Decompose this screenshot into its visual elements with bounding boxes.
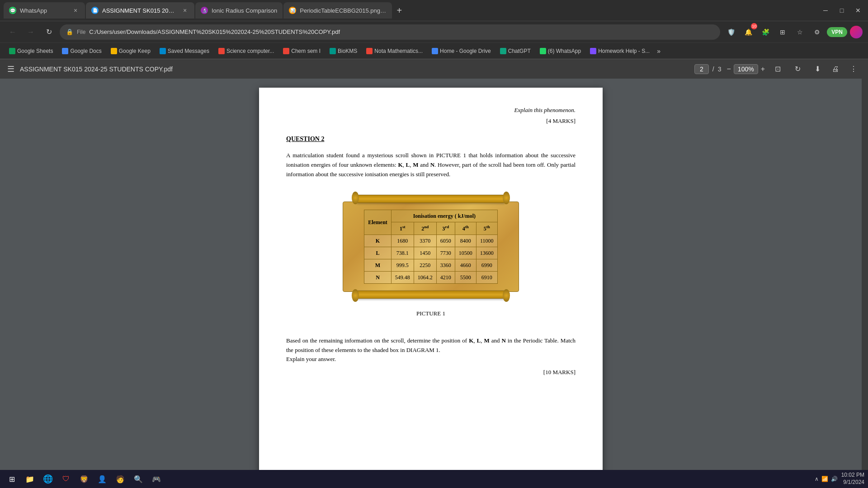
scroll-image: Element Ionisation energy ( kJ/mol) 1st … [334,188,528,305]
extension-icon[interactable]: 🧩 [758,25,773,39]
sub-header-3rd: 3rd [436,222,455,235]
pdf-print-button[interactable]: 🖨 [828,62,843,76]
pdf-download-button[interactable]: ⬇ [810,62,825,76]
zoom-in-icon[interactable]: + [761,65,765,73]
back-button[interactable]: ← [5,25,20,39]
taskbar-edge-icon[interactable]: 🌐 [40,471,56,487]
K-ie1: 1680 [391,235,414,247]
N-ie3: 4210 [436,272,455,284]
taskbar-datetime[interactable]: 10:02 PM 9/1/2024 [841,472,864,486]
zoom-out-icon[interactable]: − [727,65,731,73]
new-tab-button[interactable]: + [393,4,406,17]
pdf-more-button[interactable]: ⋮ [846,62,861,76]
window-controls: ─ □ ✕ [819,4,864,17]
browser-actions: 🛡️ 🔔 10 🧩 ⊞ ☆ ⚙ VPN [724,25,863,39]
favorites-icon[interactable]: ☆ [793,25,807,39]
bookmark-keep[interactable]: Google Keep [107,46,154,56]
scroll-knob-bottom-right [503,289,510,302]
vpn-button[interactable]: VPN [827,27,847,37]
taskbar-search-icon[interactable]: 🔍 [130,471,146,487]
tab-assignment-close[interactable]: × [181,6,189,14]
pdf-page: Explain this phenomenon. [4 MARKS] QUEST… [259,88,603,470]
chem-label: Chem sem I [291,48,321,54]
total-pages: 3 [718,66,722,73]
pdf-rotate-button[interactable]: ↻ [790,62,805,76]
chatgpt-label: ChatGPT [508,48,531,54]
taskbar-files-icon[interactable]: 📁 [22,471,38,487]
saved-label: Saved Messages [168,48,209,54]
M-ie5: 6990 [476,259,497,272]
chevron-up-icon[interactable]: ∧ [815,476,819,482]
docs-icon [62,48,68,54]
marks-4: [4 MARKS] [286,117,576,126]
keep-icon [111,48,117,54]
bookmark-whatsapp[interactable]: (6) WhatsApp [536,46,585,56]
taskbar-game-icon[interactable]: 🎮 [148,471,165,487]
N-ie2: 1064.2 [414,272,436,284]
taskbar-user-icon[interactable]: 👤 [94,471,110,487]
tab-whatsapp[interactable]: 💬 WhatsApp × [4,2,85,19]
profile-button[interactable] [850,26,863,38]
taskbar-avatar-icon[interactable]: 🧑 [112,471,128,487]
M-ie2: 2250 [414,259,436,272]
K-ie2: 3370 [414,235,436,247]
close-button[interactable]: ✕ [852,4,864,17]
element-K: K [364,235,392,247]
biokms-label: BioKMS [338,48,357,54]
speaker-icon[interactable]: 🔊 [831,476,838,482]
scroll-rod-bottom [356,291,505,299]
bookmark-biokms[interactable]: BioKMS [326,46,361,56]
bookmark-homework[interactable]: Homework Help - S... [586,46,653,56]
pdf-page-container[interactable]: Explain this phenomenon. [4 MARKS] QUEST… [0,79,862,470]
M-ie3: 3360 [436,259,455,272]
scroll-table-wrapper: Element Ionisation energy ( kJ/mol) 1st … [349,204,512,290]
scrollbar[interactable] [862,79,868,470]
bookmark-drive[interactable]: Home - Google Drive [428,46,495,56]
start-button[interactable]: ⊞ [4,471,20,487]
shield-icon[interactable]: 🛡️ [724,25,738,39]
tab-ionic[interactable]: 🔬 Ionic Radius Comparison [195,2,283,19]
reload-button[interactable]: ↻ [42,25,56,39]
bookmark-saved[interactable]: Saved Messages [156,46,213,56]
chatgpt-icon [500,48,506,54]
tab-bar: 💬 WhatsApp × 📄 ASSIGNMENT SK015 2024-25 … [0,0,868,21]
table-row-M: M 999.5 2250 3360 4660 6990 [364,259,498,272]
notification-icon[interactable]: 🔔 10 [741,25,755,39]
forward-button[interactable]: → [24,25,38,39]
pdf-content-area: Explain this phenomenon. [4 MARKS] QUEST… [0,79,868,470]
bookmark-nota[interactable]: Nota Mathematics... [363,46,426,56]
wifi-icon[interactable]: 📶 [821,476,828,482]
L-ie1: 738.1 [391,247,414,259]
settings-icon[interactable]: ⚙ [810,25,824,39]
sub-header-2nd: 2nd [414,222,436,235]
bookmark-chem[interactable]: Chem sem I [279,46,324,56]
nota-icon [366,48,373,54]
taskbar-antivirus-icon[interactable]: 🛡 [58,471,74,487]
tab-periodic[interactable]: 📊 PeriodicTableECBBG2015.png (1920... [283,2,392,19]
hw-label: Homework Help - S... [598,48,650,54]
url-bar[interactable]: 🔒 File C:/Users/user/Downloads/ASSIGNMEN… [60,24,720,40]
M-ie1: 999.5 [391,259,414,272]
url-text: C:/Users/user/Downloads/ASSIGNMENT%20SK0… [89,28,714,35]
bookmark-chatgpt[interactable]: ChatGPT [496,46,534,56]
question-heading: QUESTION 2 [286,134,576,144]
bookmark-science[interactable]: Science computer... [215,46,278,56]
wa-icon [540,48,546,54]
pdf-fit-page-button[interactable]: ⊡ [770,62,785,76]
maximize-button[interactable]: □ [835,4,848,17]
pdf-zoom-controls: − 100% + [727,64,765,74]
split-screen-icon[interactable]: ⊞ [775,25,790,39]
bookmark-sheets[interactable]: Google Sheets [5,46,57,56]
bookmark-docs[interactable]: Google Docs [58,46,105,56]
docs-label: Google Docs [70,48,101,54]
page-number-input[interactable] [694,64,709,74]
pdf-menu-button[interactable]: ☰ [7,64,14,74]
tab-assignment[interactable]: 📄 ASSIGNMENT SK015 2024-25 ST... × [86,2,194,19]
browser-chrome: 💬 WhatsApp × 📄 ASSIGNMENT SK015 2024-25 … [0,0,868,470]
minimize-button[interactable]: ─ [819,4,832,17]
taskbar-brave-icon[interactable]: 🦁 [76,471,92,487]
bottom-question-text: Based on the remaining information on th… [286,336,576,355]
bookmarks-more-button[interactable]: » [657,47,660,55]
tab-whatsapp-close[interactable]: × [71,6,80,14]
sheets-icon [9,48,15,54]
